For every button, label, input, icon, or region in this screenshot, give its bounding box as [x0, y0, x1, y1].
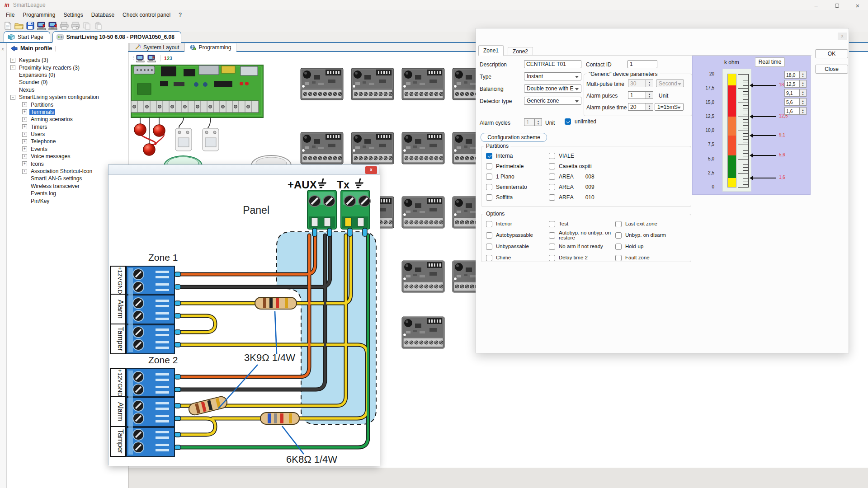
- tree-item[interactable]: + Voice messages: [10, 153, 128, 160]
- tree-item[interactable]: + Telephone: [10, 138, 128, 145]
- tree-item[interactable]: + Events: [10, 145, 128, 153]
- save-icon[interactable]: [25, 21, 35, 31]
- threshold-spinner[interactable]: 1,6: [784, 107, 807, 115]
- partition-checkbox[interactable]: [486, 163, 492, 169]
- popup-close-button[interactable]: x: [365, 166, 377, 174]
- partition-checkbox-row[interactable]: AREA 010: [549, 194, 653, 201]
- menu-item[interactable]: Programming: [19, 10, 59, 19]
- main-profile-bar[interactable]: Main profile |: [7, 43, 128, 54]
- tree-item[interactable]: + Proximity key-readers (3): [10, 64, 128, 71]
- type-dropdown[interactable]: Instant: [524, 72, 581, 80]
- read-from-panel-icon[interactable]: [37, 21, 47, 31]
- tab-system-layout[interactable]: System Layout: [129, 43, 184, 51]
- popup-title-bar[interactable]: x: [108, 165, 379, 175]
- option-checkbox[interactable]: [486, 221, 492, 227]
- menu-item[interactable]: File: [2, 10, 19, 19]
- tree-expand-icon[interactable]: +: [22, 146, 27, 151]
- option-checkbox-row[interactable]: Unbyp. on disarm: [615, 232, 694, 239]
- print-preview-icon[interactable]: [71, 21, 80, 31]
- tree-expand-icon[interactable]: +: [22, 102, 27, 107]
- print-icon[interactable]: [59, 21, 69, 31]
- device-module[interactable]: [351, 132, 394, 164]
- dialog-close-icon[interactable]: x: [838, 33, 847, 40]
- alarm-cycles-spinner[interactable]: 1: [524, 118, 542, 126]
- partition-checkbox-row[interactable]: Perimetrale: [486, 163, 549, 169]
- multi-pulse-time-spinner[interactable]: 30: [628, 80, 653, 87]
- tree-item[interactable]: Nexus: [10, 86, 128, 94]
- partition-checkbox[interactable]: [486, 194, 492, 201]
- option-checkbox[interactable]: [549, 244, 555, 250]
- tree-expand-icon[interactable]: +: [22, 132, 27, 137]
- option-checkbox[interactable]: [549, 232, 555, 239]
- partition-checkbox[interactable]: [549, 184, 555, 190]
- partition-checkbox-row[interactable]: Casetta ospiti: [549, 163, 653, 169]
- paste-icon[interactable]: [93, 21, 103, 31]
- new-file-icon[interactable]: [3, 21, 13, 31]
- option-checkbox[interactable]: [549, 221, 555, 227]
- partition-checkbox-row[interactable]: Interna: [486, 153, 549, 159]
- option-checkbox[interactable]: [549, 255, 555, 261]
- device-module[interactable]: [401, 316, 445, 349]
- option-checkbox[interactable]: [615, 244, 622, 250]
- tree-item[interactable]: + Arming scenarios: [10, 116, 128, 123]
- copy-icon[interactable]: [82, 21, 92, 31]
- option-checkbox-row[interactable]: Autobypassable: [486, 232, 549, 239]
- tree-expand-icon[interactable]: −: [10, 95, 15, 100]
- dialog-close-button[interactable]: Close: [815, 65, 848, 74]
- option-checkbox-row[interactable]: Chime: [486, 255, 549, 261]
- tree-item[interactable]: − SmartLiving system configuration: [10, 94, 128, 101]
- device-module[interactable]: [401, 260, 445, 293]
- option-checkbox[interactable]: [486, 232, 492, 239]
- device-module[interactable]: [401, 132, 445, 164]
- menu-item[interactable]: Settings: [59, 10, 87, 19]
- multi-pulse-unit-dropdown[interactable]: Second: [656, 80, 684, 87]
- minimize-button[interactable]: –: [806, 0, 826, 11]
- menu-item[interactable]: ?: [175, 10, 186, 19]
- partition-checkbox-row[interactable]: AREA 008: [549, 174, 653, 180]
- tab-programming[interactable]: Programming: [184, 43, 236, 51]
- partition-checkbox[interactable]: [486, 174, 492, 180]
- description-input[interactable]: CENTRALE T01: [524, 60, 581, 68]
- option-checkbox-row[interactable]: No arm if not ready: [549, 244, 615, 250]
- tree-expand-icon[interactable]: +: [22, 169, 27, 174]
- unlimited-checkbox-row[interactable]: unlimited: [565, 118, 596, 125]
- tree-expand-icon[interactable]: +: [10, 65, 15, 70]
- threshold-spinner[interactable]: 5,6: [784, 98, 807, 106]
- option-checkbox-row[interactable]: Last exit zone: [615, 221, 694, 227]
- numbering-icon[interactable]: 123: [164, 56, 172, 61]
- partition-checkbox[interactable]: [486, 153, 492, 159]
- threshold-spinner[interactable]: 18,0: [784, 71, 807, 79]
- option-checkbox-row[interactable]: Hold-up: [615, 244, 694, 250]
- tab-start-page[interactable]: Start Page: [4, 31, 50, 42]
- device-module[interactable]: [351, 68, 394, 100]
- tree-expand-icon[interactable]: +: [22, 154, 27, 159]
- device-module[interactable]: [300, 68, 344, 100]
- tree-expand-icon[interactable]: +: [22, 161, 27, 166]
- device-module[interactable]: [401, 196, 445, 229]
- balancing-dropdown[interactable]: Double zone with E: [524, 84, 581, 93]
- tree-expand-icon[interactable]: +: [22, 124, 27, 129]
- threshold-spinner[interactable]: 12,5: [784, 80, 807, 88]
- option-checkbox[interactable]: [486, 255, 492, 261]
- partition-checkbox-row[interactable]: VIALE: [549, 153, 653, 159]
- tab-project[interactable]: SmartLiving 10-50 6.08 - PROVA1050_6.08: [52, 31, 181, 42]
- tree-item[interactable]: + Users: [10, 131, 128, 138]
- partition-checkbox-row[interactable]: Soffitta: [486, 194, 549, 201]
- option-checkbox-row[interactable]: Test: [549, 221, 615, 227]
- sidebar-collapse-strip[interactable]: «: [0, 43, 7, 488]
- tree-expand-icon[interactable]: +: [22, 117, 27, 122]
- maximize-button[interactable]: [826, 0, 847, 11]
- tab-zone2[interactable]: Zone2: [508, 47, 533, 56]
- configuration-scheme-button[interactable]: Configuration scheme: [481, 133, 547, 142]
- spinner-arrows-icon[interactable]: [646, 91, 653, 99]
- menu-item[interactable]: Check control panel: [118, 10, 175, 19]
- contact-id-input[interactable]: 1: [627, 60, 657, 68]
- real-time-button[interactable]: Real time: [755, 57, 785, 67]
- threshold-spinner[interactable]: 9,1: [784, 89, 807, 97]
- tree-item[interactable]: + Keypads (3): [10, 56, 128, 64]
- open-folder-icon[interactable]: [14, 21, 24, 31]
- alarm-pulse-time-unit-dropdown[interactable]: 1=15mS: [655, 103, 684, 111]
- partition-checkbox[interactable]: [549, 153, 555, 159]
- tree-item[interactable]: + Timers: [10, 123, 128, 131]
- tree-expand-icon[interactable]: +: [10, 58, 15, 63]
